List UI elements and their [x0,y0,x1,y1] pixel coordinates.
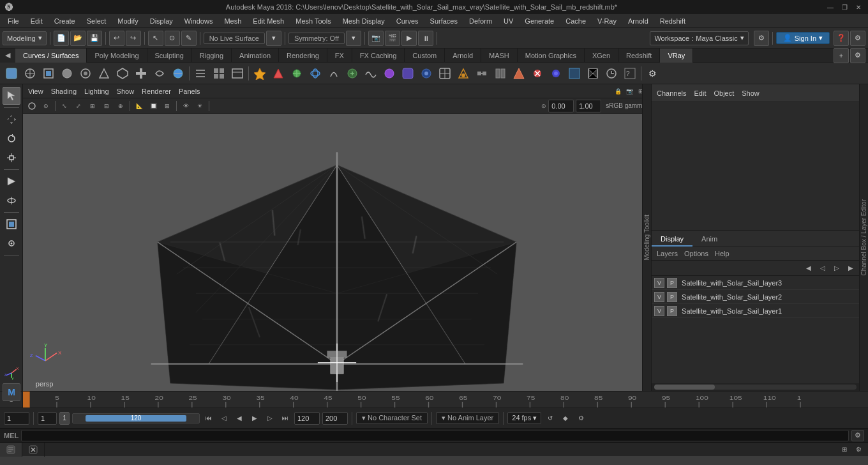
vp-nav5[interactable]: ⊕ [114,100,127,112]
no-character-set-button[interactable]: ▾ No Character Set [356,412,428,424]
range-max-field[interactable]: 200 [322,412,348,425]
shelf-icon-24[interactable] [436,65,454,82]
render-button[interactable]: 🎬 [385,31,400,46]
layers-scrollbar-track[interactable] [654,385,857,390]
menu-create[interactable]: Create [49,16,80,26]
layer3-visibility-button[interactable]: V [654,278,664,288]
shelf-icon-15[interactable] [269,65,287,82]
save-scene-button[interactable]: 💾 [87,31,102,46]
shelf-icon-14[interactable] [251,65,269,82]
shelf-icon-17[interactable] [306,65,324,82]
open-scene-button[interactable]: 📂 [70,31,86,46]
tab-poly-modeling[interactable]: Poly Modeling [87,49,147,63]
modeling-toolkit-label[interactable]: Modeling Toolkit [643,215,650,261]
menu-deform[interactable]: Deform [464,16,497,26]
viewport-gamma1[interactable]: 0.00 [548,100,574,112]
timeline[interactable]: 1 5 10 15 20 25 30 35 40 45 50 5 [0,391,868,408]
channels-menu[interactable]: Channels [657,89,686,97]
live-surface-button[interactable]: No Live Surface [204,33,265,44]
vp-wireframe[interactable]: ⊙ [40,100,52,112]
shelf-icon-27[interactable] [491,65,509,82]
shelf-icon-29[interactable] [528,65,546,82]
menu-arnold[interactable]: Arnold [623,16,654,26]
tab-custom[interactable]: Custom [405,49,445,63]
tab-add-button[interactable]: + [834,48,849,63]
layer-row-3[interactable]: V P Satellite_with_Solar_Sail_layer3 [652,276,859,290]
channel-edit-menu[interactable]: Edit [694,89,706,97]
shelf-icon-25[interactable] [454,65,472,82]
channel-object-menu[interactable]: Object [714,89,734,97]
select-tool-button[interactable] [3,87,20,105]
tab-rigging[interactable]: Rigging [192,49,232,63]
layers-next-button[interactable]: ▷ [831,263,842,274]
menu-vray[interactable]: V-Ray [592,16,622,26]
shelf-icon-6[interactable] [95,65,113,82]
soft-select-button[interactable] [3,192,20,210]
shelf-icon-4[interactable] [58,65,76,82]
layer2-p-button[interactable]: P [667,292,677,302]
layers-help-menu[interactable]: Help [715,250,730,257]
play-forward-button[interactable]: ▶ [248,412,261,425]
menu-uv[interactable]: UV [498,16,518,26]
loop-button[interactable]: ↺ [544,412,557,425]
move-tool-button[interactable] [3,111,20,128]
mode-dropdown[interactable]: Modeling ▾ [3,31,47,45]
step-back-button[interactable]: ◁ [218,412,230,425]
symmetry-chevron[interactable]: ▾ [346,31,361,46]
vp-select-all[interactable] [26,100,38,112]
settings-button[interactable]: ⚙ [850,31,865,46]
mini-tab-script[interactable] [0,443,22,457]
shelf-icon-1[interactable] [3,65,20,82]
vp-nav3[interactable]: ⊞ [86,100,99,112]
shelf-icon-34[interactable]: ? [621,65,639,82]
shelf-icon-12[interactable] [210,65,228,82]
menu-windows[interactable]: Windows [179,16,218,26]
mini-icon-2[interactable]: ⚙ [853,444,864,455]
viewport-menu-shading[interactable]: Shading [51,88,77,95]
undo-button[interactable]: ↩ [109,31,124,46]
shelf-icon-13[interactable] [228,65,246,82]
viewport-menu-panels[interactable]: Panels [179,88,200,95]
viewport-camera-button[interactable]: 📷 [624,86,634,96]
fps-dropdown[interactable]: 24 fps ▾ [507,412,541,424]
close-button[interactable]: ✕ [854,3,863,11]
tab-fx[interactable]: FX [327,49,352,63]
viewport-menu-view[interactable]: View [28,88,43,95]
menu-mesh-display[interactable]: Mesh Display [338,16,390,26]
layer1-visibility-button[interactable]: V [654,306,664,316]
shelf-icon-10[interactable] [169,65,187,82]
layer2-visibility-button[interactable]: V [654,292,664,302]
snap-button[interactable] [3,234,20,252]
layer3-p-button[interactable]: P [667,278,677,288]
menu-edit-mesh[interactable]: Edit Mesh [248,16,289,26]
shelf-icon-30[interactable] [547,65,565,82]
shelf-icon-8[interactable] [132,65,150,82]
tab-animation[interactable]: Animation [232,49,279,63]
layers-next2-button[interactable]: ▶ [845,263,857,274]
viewport-menu-show[interactable]: Show [117,88,135,95]
shelf-icon-21[interactable] [380,65,398,82]
start-frame-field[interactable]: 1 [38,412,57,425]
layer-row-2[interactable]: V P Satellite_with_Solar_Sail_layer2 [652,290,859,304]
timeline-range-bar[interactable]: 120 [72,413,200,423]
layers-prev2-button[interactable]: ◁ [817,263,828,274]
shelf-icon-16[interactable] [288,65,306,82]
shelf-icon-9[interactable] [151,65,168,82]
last-tool-button[interactable] [3,172,20,190]
new-scene-button[interactable]: 📄 [54,31,69,46]
tab-vray[interactable]: VRay [660,49,693,63]
select-tool-button[interactable]: ↖ [148,31,163,46]
mini-icon-1[interactable]: ⊞ [839,444,850,455]
cmd-settings-button[interactable]: ⚙ [851,430,864,441]
range-end-field[interactable]: 120 [294,412,320,425]
shelf-icon-3[interactable] [40,65,57,82]
layers-options-menu[interactable]: Options [684,250,708,257]
menu-edit[interactable]: Edit [26,16,48,26]
shelf-icon-26[interactable] [473,65,491,82]
workspace-dropdown[interactable]: Workspace : Maya Classic ▾ [650,31,748,45]
shelf-icon-23[interactable] [417,65,435,82]
paint-select-button[interactable]: ✎ [181,31,197,46]
menu-modify[interactable]: Modify [112,16,143,26]
menu-mesh[interactable]: Mesh [219,16,246,26]
shelf-icon-5[interactable] [77,65,94,82]
